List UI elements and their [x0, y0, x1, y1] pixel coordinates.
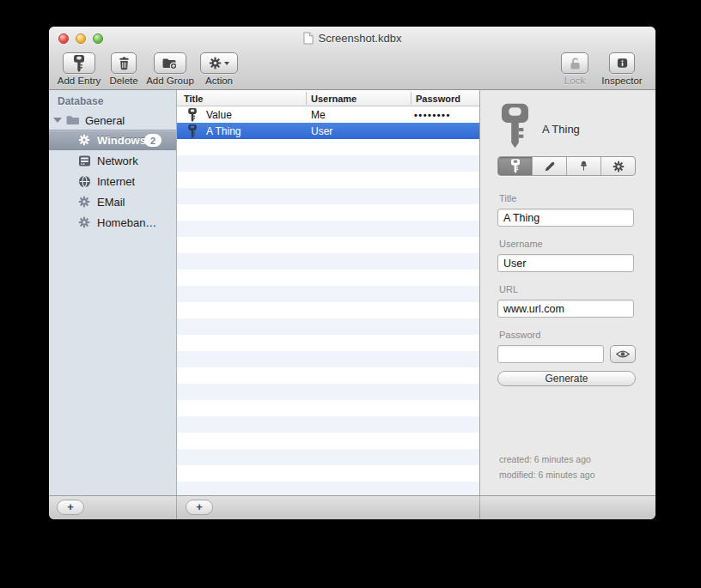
add-entry-plus-button[interactable]: + [186, 500, 213, 515]
group-sidebar: Database General Windows 2 Network Inter… [49, 90, 176, 495]
gear-icon [209, 57, 222, 70]
sidebar-section-header: Database [58, 95, 103, 107]
add-folder-icon [162, 58, 178, 70]
lock-button: Lock [559, 52, 590, 86]
tab-advanced[interactable] [601, 157, 635, 175]
server-icon [78, 155, 91, 167]
username-field[interactable] [497, 254, 634, 272]
password-field[interactable] [497, 345, 604, 363]
inspector-panel: A Thing Title Username URL Password Gene… [479, 90, 655, 495]
eye-icon [616, 349, 630, 359]
action-button[interactable]: Action [198, 52, 240, 86]
key-icon [188, 108, 197, 122]
add-group-plus-button[interactable]: + [57, 500, 84, 515]
window-chrome: Screenshot.kdbx Add Entry Delete Add Gro… [49, 27, 655, 90]
titlebar[interactable]: Screenshot.kdbx [49, 27, 655, 49]
sidebar-item-label: EMail [97, 196, 125, 209]
gear-icon [613, 161, 625, 173]
pencil-icon [544, 161, 556, 173]
show-password-button[interactable] [610, 345, 636, 363]
table-body[interactable]: Value Me •••••••• A Thing User [177, 106, 479, 495]
pane-divider [176, 496, 177, 519]
cell-title: Value [206, 106, 232, 123]
trash-icon [118, 57, 131, 70]
column-divider[interactable] [411, 92, 411, 105]
entry-table: Title Username Password Value Me •••••••… [176, 90, 479, 495]
disclosure-triangle-icon[interactable] [53, 118, 62, 123]
cell-username: Me [311, 106, 326, 123]
chevron-down-icon [224, 62, 229, 65]
sidebar-item-general[interactable]: General [49, 110, 176, 130]
key-icon [511, 159, 520, 173]
gear-icon [78, 196, 90, 208]
column-divider[interactable] [306, 92, 307, 105]
add-group-button[interactable]: Add Group [143, 52, 197, 86]
table-header: Title Username Password [177, 90, 479, 106]
window-title: Screenshot.kdbx [319, 32, 402, 45]
sidebar-item-windows[interactable]: Windows 2 [49, 130, 176, 150]
entry-key-icon [502, 103, 528, 149]
sidebar-item-label: Windows [97, 134, 146, 147]
inspector-tabs [497, 156, 636, 176]
url-field-label: URL [499, 284, 518, 294]
inspector-entry-title: A Thing [542, 123, 580, 136]
gear-icon [78, 134, 90, 146]
folder-icon [66, 115, 80, 125]
delete-label: Delete [109, 76, 137, 86]
cell-title: A Thing [206, 123, 241, 139]
action-label: Action [205, 76, 233, 86]
url-field[interactable] [497, 300, 634, 318]
document-proxy-icon[interactable] [303, 32, 314, 45]
add-entry-button[interactable]: Add Entry [54, 52, 104, 86]
generate-password-button[interactable]: Generate [497, 371, 636, 386]
sidebar-item-label: Homeban… [97, 216, 156, 229]
sidebar-item-label: General [85, 114, 125, 127]
delete-button[interactable]: Delete [106, 52, 142, 86]
sidebar-item-internet[interactable]: Internet [49, 171, 176, 191]
username-field-label: Username [499, 239, 543, 249]
title-field-label: Title [499, 193, 516, 203]
cell-username: User [311, 123, 332, 139]
title-field[interactable] [497, 209, 634, 227]
modified-timestamp: modified: 6 minutes ago [499, 470, 594, 480]
gear-icon [78, 216, 90, 228]
column-header-password[interactable]: Password [416, 90, 460, 106]
globe-icon [78, 175, 91, 188]
sidebar-item-network[interactable]: Network [49, 150, 176, 171]
add-entry-label: Add Entry [58, 76, 101, 86]
inspector-label: Inspector [601, 76, 642, 86]
sidebar-item-label: Internet [97, 175, 135, 188]
entry-row-a-thing[interactable]: A Thing User [177, 123, 479, 139]
sidebar-item-label: Network [97, 155, 138, 167]
info-icon [616, 57, 629, 70]
app-window: Screenshot.kdbx Add Entry Delete Add Gro… [49, 27, 655, 519]
entry-count-badge: 2 [144, 134, 162, 147]
pane-divider [479, 496, 480, 519]
sidebar-item-email[interactable]: EMail [49, 191, 176, 212]
column-header-title[interactable]: Title [184, 90, 203, 106]
key-icon [74, 55, 84, 72]
sidebar-item-homebanking[interactable]: Homeban… [49, 212, 176, 233]
cell-password-mask: •••••••• [414, 106, 451, 123]
column-header-username[interactable]: Username [311, 90, 357, 106]
password-field-label: Password [499, 330, 540, 340]
tab-general[interactable] [498, 157, 533, 175]
tab-attachments[interactable] [567, 157, 601, 175]
tab-notes[interactable] [533, 157, 567, 175]
created-timestamp: created: 6 minutes ago [499, 454, 591, 464]
pushpin-icon [578, 160, 589, 173]
inspector-button[interactable]: Inspector [597, 52, 647, 86]
title-group: Screenshot.kdbx [49, 27, 655, 49]
add-group-label: Add Group [146, 76, 194, 86]
unlocked-padlock-icon [569, 57, 582, 70]
bottom-bar: + + [49, 495, 655, 519]
desktop-background: Screenshot.kdbx Add Entry Delete Add Gro… [0, 0, 701, 588]
key-icon [188, 124, 197, 138]
lock-label: Lock [564, 76, 585, 86]
entry-row-value[interactable]: Value Me •••••••• [177, 106, 479, 123]
